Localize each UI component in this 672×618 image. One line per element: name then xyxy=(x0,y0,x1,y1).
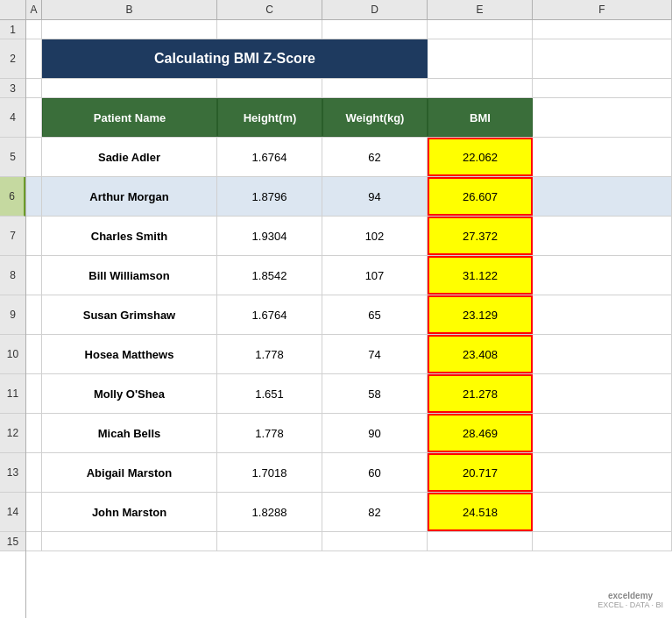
cell-5e-bmi: 22.062 xyxy=(428,138,533,176)
cell-5d-weight: 62 xyxy=(322,138,428,176)
row-10: Hosea Matthews 1.778 74 23.408 xyxy=(26,335,672,374)
cell-3f xyxy=(533,79,672,97)
cell-6c-height: 1.8796 xyxy=(217,177,322,216)
cell-1b xyxy=(42,20,217,39)
col-header-e: E xyxy=(428,0,533,19)
cell-13a xyxy=(26,453,42,492)
cell-12b-name: Micah Bells xyxy=(42,414,217,452)
header-patient-name: Patient Name xyxy=(42,98,217,137)
cell-2e xyxy=(428,39,533,78)
col-header-f: F xyxy=(533,0,672,19)
cell-14a xyxy=(26,493,42,531)
cell-5b-name: Sadie Adler xyxy=(42,138,217,176)
cell-6d-weight: 94 xyxy=(322,177,428,216)
cell-12d-weight: 90 xyxy=(322,414,428,452)
cell-8e-bmi: 31.122 xyxy=(428,256,533,295)
cell-11b-name: Molly O'Shea xyxy=(42,374,217,413)
cell-13e-bmi: 20.717 xyxy=(428,453,533,492)
cell-9c-height: 1.6764 xyxy=(217,295,322,334)
col-header-d: D xyxy=(322,0,428,19)
cell-7b-name: Charles Smith xyxy=(42,217,217,255)
cell-10c-height: 1.778 xyxy=(217,335,322,373)
cell-10f xyxy=(533,335,672,373)
cell-15d xyxy=(322,532,428,551)
cell-6b-name: Arthur Morgan xyxy=(42,177,217,216)
cell-9a xyxy=(26,295,42,334)
cell-8c-height: 1.8542 xyxy=(217,256,322,295)
cell-13d-weight: 60 xyxy=(322,453,428,492)
cell-2a xyxy=(26,39,42,78)
cell-1f xyxy=(533,20,672,39)
row-num-5: 5 xyxy=(0,138,25,177)
row-num-6: 6 xyxy=(0,177,25,217)
cell-6f xyxy=(533,177,672,216)
cell-7f xyxy=(533,217,672,255)
content-area: 1 2 3 4 5 6 7 8 9 10 11 12 13 14 15 xyxy=(0,20,672,618)
cell-12f xyxy=(533,414,672,452)
cell-1a xyxy=(26,20,42,39)
corner-cell xyxy=(0,0,26,19)
cell-15b xyxy=(42,532,217,551)
cell-4a xyxy=(26,98,42,137)
cell-7a xyxy=(26,217,42,255)
cell-7e-bmi: 27.372 xyxy=(428,217,533,255)
column-headers: A B C D E F xyxy=(0,0,672,20)
cell-6e-bmi: 26.607 xyxy=(428,177,533,216)
row-numbers: 1 2 3 4 5 6 7 8 9 10 11 12 13 14 15 xyxy=(0,20,26,618)
watermark: exceldemy EXCEL · DATA · BI xyxy=(598,591,663,609)
row-12: Micah Bells 1.778 90 28.469 xyxy=(26,414,672,453)
cell-1d xyxy=(322,20,428,39)
cell-14b-name: John Marston xyxy=(42,493,217,531)
cell-3a xyxy=(26,79,42,97)
cell-9d-weight: 65 xyxy=(322,295,428,334)
cell-1e xyxy=(428,20,533,39)
header-height: Height(m) xyxy=(217,98,322,137)
cell-15e xyxy=(428,532,533,551)
cell-11d-weight: 58 xyxy=(322,374,428,413)
row-num-7: 7 xyxy=(0,217,25,256)
row-7: Charles Smith 1.9304 102 27.372 xyxy=(26,217,672,256)
cell-14f xyxy=(533,493,672,531)
cell-9b-name: Susan Grimshaw xyxy=(42,295,217,334)
row-5: Sadie Adler 1.6764 62 22.062 xyxy=(26,138,672,177)
cell-11f xyxy=(533,374,672,413)
cell-15c xyxy=(217,532,322,551)
row-1 xyxy=(26,20,672,39)
row-4-headers: Patient Name Height(m) Weight(kg) BMI xyxy=(26,98,672,138)
cell-5c-height: 1.6764 xyxy=(217,138,322,176)
cell-3b xyxy=(42,79,217,97)
cell-13c-height: 1.7018 xyxy=(217,453,322,492)
cell-15a xyxy=(26,532,42,551)
cell-15f xyxy=(533,532,672,551)
cell-14e-bmi: 24.518 xyxy=(428,493,533,531)
cell-8d-weight: 107 xyxy=(322,256,428,295)
cell-14d-weight: 82 xyxy=(322,493,428,531)
row-9: Susan Grimshaw 1.6764 65 23.129 xyxy=(26,295,672,335)
data-grid: Calculating BMI Z-Score Patient Nam xyxy=(26,20,672,618)
row-15 xyxy=(26,532,672,551)
cell-6a xyxy=(26,177,42,216)
row-num-13: 13 xyxy=(0,453,25,493)
row-2: Calculating BMI Z-Score xyxy=(26,39,672,79)
cell-9f xyxy=(533,295,672,334)
row-num-8: 8 xyxy=(0,256,25,295)
row-6: Arthur Morgan 1.8796 94 26.607 xyxy=(26,177,672,217)
row-num-1: 1 xyxy=(0,20,25,39)
row-num-4: 4 xyxy=(0,98,25,138)
spreadsheet: A B C D E F 1 2 3 4 5 6 7 8 9 10 11 12 xyxy=(0,0,672,618)
cell-11e-bmi: 21.278 xyxy=(428,374,533,413)
cell-12a xyxy=(26,414,42,452)
cell-5a xyxy=(26,138,42,176)
row-num-12: 12 xyxy=(0,414,25,453)
cell-5f xyxy=(533,138,672,176)
watermark-subtitle: EXCEL · DATA · BI xyxy=(598,600,663,609)
cell-11a xyxy=(26,374,42,413)
cell-12e-bmi: 28.469 xyxy=(428,414,533,452)
row-num-2: 2 xyxy=(0,39,25,79)
cell-3e xyxy=(428,79,533,97)
cell-7c-height: 1.9304 xyxy=(217,217,322,255)
row-13: Abigail Marston 1.7018 60 20.717 xyxy=(26,453,672,493)
cell-8f xyxy=(533,256,672,295)
cell-10e-bmi: 23.408 xyxy=(428,335,533,373)
cell-10b-name: Hosea Matthews xyxy=(42,335,217,373)
